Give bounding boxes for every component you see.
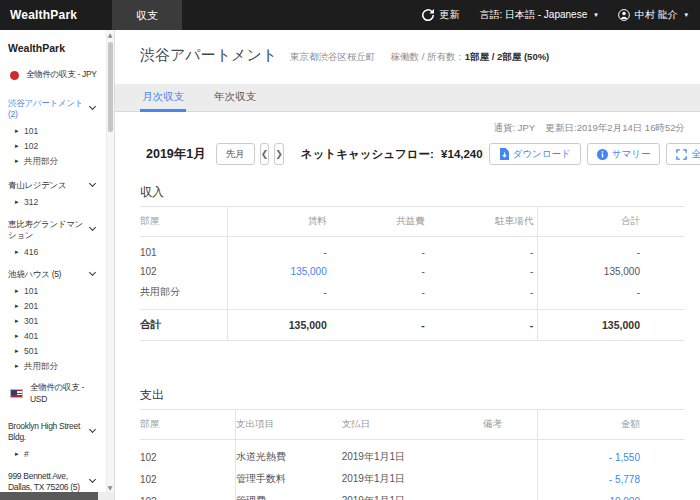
column-header: 駐車場代 [429, 207, 538, 237]
sidebar-unit[interactable]: ▸共用部分 [6, 153, 97, 170]
sidebar-unit[interactable]: ▸312 [6, 194, 97, 209]
app-logo[interactable]: WealthPark [0, 8, 112, 22]
tab-yearly-balance[interactable]: 年次収支 [212, 84, 258, 112]
cell: - [331, 281, 429, 310]
cell-text: 2019年1月1日 [342, 451, 405, 462]
sidebar-property[interactable]: 池袋ハウス (5) [6, 264, 97, 283]
current-month: 2019年1月 [146, 146, 206, 163]
income-row: 101---- [140, 237, 685, 263]
sidebar-unit-label: 312 [24, 197, 38, 207]
amount-link[interactable]: - 5,778 [609, 474, 640, 485]
summary-button[interactable]: サマリー [587, 143, 661, 165]
cell: - 1,550 [538, 440, 685, 469]
total-cell: - [331, 310, 429, 341]
expense-section-title: 支出 [140, 387, 685, 404]
cell [448, 468, 538, 490]
cell: - [429, 262, 538, 281]
sidebar-unit[interactable]: ▸501 [6, 343, 97, 358]
sidebar-unit-label: 共用部分 [24, 361, 58, 371]
sidebar-unit[interactable]: ▸401 [6, 328, 97, 343]
scroll-down-icon[interactable]: ▼ [106, 484, 114, 491]
sidebar-property[interactable]: Brooklyn High Street Bldg. [6, 416, 97, 446]
next-arrow-button[interactable]: ❯ [274, 143, 284, 165]
amount-link[interactable]: - 10,000 [603, 496, 640, 500]
language-selector[interactable]: 言語: 日本語 - Japanese ▾ [479, 8, 597, 22]
triangle-right-icon: ▸ [15, 450, 19, 458]
triangle-right-icon: ▸ [15, 198, 19, 206]
sidebar-unit-label: 301 [24, 316, 38, 326]
tab-monthly-balance[interactable]: 月次収支 [140, 84, 186, 112]
cell-text: 102 [140, 266, 157, 277]
toolbar: 2019年1月 先月 ❮ ❯ ネットキャッシュフロー: ¥14,240 ダウンロ… [140, 142, 685, 166]
occupancy-label: 稼働数 / 所有数 : [391, 51, 461, 64]
property-header: 渋谷アパートメント 東京都渋谷区桜丘町 稼働数 / 所有数 : 1部屋 / 2部… [115, 30, 700, 84]
download-button[interactable]: ダウンロード [489, 143, 581, 165]
updated-label: 更新日:2019年2月14日 16時52分 [546, 122, 685, 133]
us-flag-icon [10, 389, 23, 398]
cell [448, 440, 538, 469]
download-icon [499, 148, 509, 160]
cell: 管理費 [235, 490, 341, 500]
scrollbar-thumb[interactable] [0, 492, 98, 500]
topnav-tab-income-expense[interactable]: 収支 [112, 0, 182, 30]
prev-arrow-button[interactable]: ❮ [260, 143, 270, 165]
flag-canton [11, 390, 17, 395]
sidebar-unit[interactable]: ▸共用部分 [6, 358, 97, 375]
fullscreen-button[interactable]: 全画面表示 [666, 143, 700, 165]
refresh-icon [422, 9, 434, 21]
sidebar-property-label: 青山レジデンス [8, 180, 66, 190]
scrollbar-thumb[interactable] [108, 42, 113, 132]
sidebar-brand[interactable]: WealthPark [6, 30, 97, 62]
sidebar-unit-label: 共用部分 [24, 156, 58, 166]
sidebar-unit[interactable]: ▸102 [6, 138, 97, 153]
content-area: 通貨: JPY 更新日:2019年2月14日 16時52分 2019年1月 先月… [115, 112, 700, 500]
cell-text: 101 [140, 247, 157, 258]
cell-text: - [530, 287, 533, 298]
income-table: 部屋賃料共益費駐車場代合計101----102135,000--135,000共… [140, 206, 685, 341]
column-header: 部屋 [140, 410, 235, 440]
sidebar-horizontal-scrollbar[interactable] [0, 492, 115, 500]
cell-text: - [421, 266, 424, 277]
cell: 管理手数料 [235, 468, 341, 490]
cell: - [227, 237, 331, 263]
user-menu[interactable]: 中村 龍介 ▾ [618, 8, 688, 22]
sidebar-property[interactable]: 青山レジデンス [6, 175, 97, 194]
sidebar-item-all-properties-jp[interactable]: 全物件の収支 - JPY [6, 62, 97, 88]
sidebar-item-all-properties-us[interactable]: 全物件の収支 - USD [6, 375, 97, 411]
cell: 101 [140, 237, 227, 263]
chevron-down-icon: ▾ [594, 11, 598, 19]
prev-month-button[interactable]: 先月 [216, 143, 255, 165]
sidebar-property[interactable]: 渋谷アパートメント (2) [6, 93, 97, 123]
cell: - [227, 281, 331, 310]
currency-meta: 通貨: JPY 更新日:2019年2月14日 16時52分 [140, 112, 685, 135]
triangle-right-icon: ▸ [15, 302, 19, 310]
chevron-down-icon [89, 224, 96, 231]
download-label: ダウンロード [513, 148, 571, 161]
tab-strip: 月次収支年次収支 [115, 84, 700, 112]
sidebar-unit-label: 102 [24, 141, 38, 151]
amount-link[interactable]: - 1,550 [609, 452, 640, 463]
cell-text: 水道光熱費 [236, 451, 286, 462]
sidebar-unit[interactable]: ▸# [6, 446, 97, 461]
page-title: 渋谷アパートメント [140, 46, 277, 65]
sidebar-property[interactable]: 恵比寿グランドマンション [6, 214, 97, 244]
triangle-right-icon: ▸ [15, 157, 19, 165]
sidebar-vertical-scrollbar[interactable]: ▲ ▼ [106, 30, 114, 492]
cell: 水道光熱費 [235, 440, 341, 469]
refresh-button[interactable]: 更新 [422, 8, 459, 22]
net-cashflow-label: ネットキャッシュフロー: [301, 148, 434, 160]
currency-label: 通貨: JPY [493, 122, 535, 133]
cell-text: - [637, 247, 640, 258]
sidebar-property-label: 恵比寿グランドマンション [8, 219, 83, 240]
cell-text: 共用部分 [140, 286, 180, 297]
income-row: 共用部分---- [140, 281, 685, 310]
column-header: 備考 [448, 410, 538, 440]
sidebar-unit[interactable]: ▸101 [6, 283, 97, 298]
sidebar-unit[interactable]: ▸101 [6, 123, 97, 138]
sidebar-unit[interactable]: ▸201 [6, 298, 97, 313]
sidebar-unit[interactable]: ▸416 [6, 244, 97, 259]
scroll-up-icon[interactable]: ▲ [106, 31, 114, 38]
cell-text: 2019年1月1日 [342, 495, 405, 500]
amount-link[interactable]: 135,000 [291, 266, 327, 277]
sidebar-unit[interactable]: ▸301 [6, 313, 97, 328]
